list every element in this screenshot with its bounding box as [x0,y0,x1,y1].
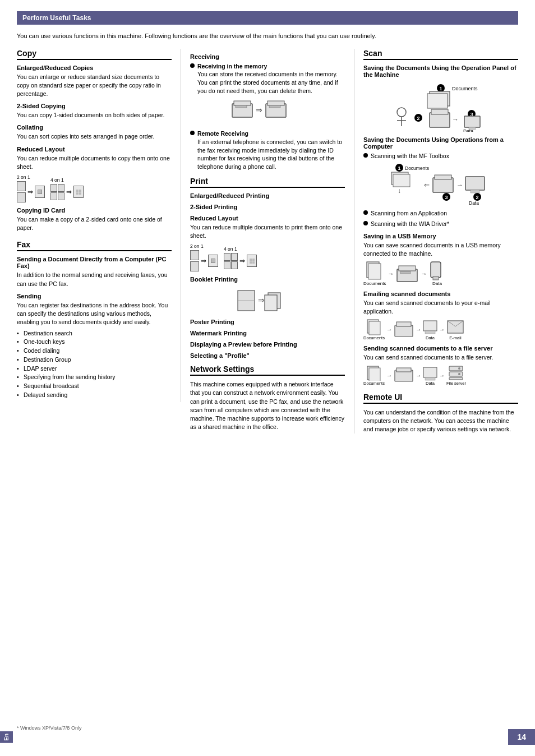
print-watermark-title: Watermark Printing [190,330,345,336]
print-reduced-title: Reduced Layout [190,215,345,222]
diagram-4on1: 4 on 1 ⇒ [50,177,84,200]
copy-enlarged-text: You can enlarge or reduce standard size … [17,73,172,99]
remote-receiving-item: Remote Receiving If an external telephon… [190,130,345,170]
usb-drive: Data [428,261,445,286]
svg-rect-16 [427,94,448,108]
server-text: You can send scanned documents to a file… [363,353,518,362]
copy-enlarged-title: Enlarged/Reduced Copies [17,64,172,71]
remote-ui-section: Remote UI You can understand the conditi… [363,393,518,434]
usb-diagram: Documents → → [363,261,518,286]
svg-rect-56 [369,321,380,335]
remote-receiving-text: If an external telephone is connected, y… [197,139,342,170]
svg-rect-52 [400,271,411,274]
bullet-coded-dialing: Coded dialing [17,347,172,356]
diagram-2on1: 2 on 1 ⇒ [17,174,45,202]
remote-ui-text: You can understand the condition of the … [363,408,518,434]
scan-computer-title: Saving the Documents Using Operations fr… [363,136,518,150]
svg-rect-6 [269,105,280,108]
copy-2sided-title: 2-Sided Copying [17,103,172,109]
bullet-destination-search: Destination search [17,329,172,338]
fax-receive-diagram: ⇒ [190,98,345,126]
booklet-diagram: ⇒ [190,286,345,314]
usb-doc-svg [366,261,384,281]
svg-text:⇒: ⇒ [258,296,265,305]
svg-rect-38 [433,178,453,192]
print-title: Print [190,177,345,188]
svg-rect-43 [465,177,485,190]
svg-text:2: 2 [476,195,478,200]
copy-2sided-text: You can copy 1-sided documents on both s… [17,111,172,119]
bullet-dot [190,63,195,68]
network-section: Network Settings This machine comes equi… [190,365,345,431]
copy-section: Copy Enlarged/Reduced Copies You can enl… [17,49,172,233]
main-content: Copy Enlarged/Reduced Copies You can enl… [17,49,518,436]
copy-idcard-title: Copying ID Card [17,207,172,214]
svg-text:Data: Data [463,128,473,132]
svg-text:2: 2 [417,116,419,121]
fax-sending-bullets: Destination search One-touch keys Coded … [17,329,172,400]
fax-sending-text: You can register fax destinations in the… [17,301,172,327]
bullet-one-touch: One-touch keys [17,338,172,347]
fax-title: Fax [17,240,172,251]
print-diagram-4on1: 4 on 1 ⇒ [224,246,257,269]
network-text: This machine comes equipped with a netwo… [190,380,345,431]
left-column: Copy Enlarged/Reduced Copies You can enl… [17,49,181,402]
print-reduced-diagram: 2 on 1 ⇒ 4 on 1 [190,243,345,271]
svg-rect-28 [464,116,480,127]
email-text: You can send scanned documents to your e… [363,299,518,316]
scan-title: Scan [363,49,518,60]
print-preview-title: Displaying a Preview before Printing [190,341,345,348]
svg-rect-44 [471,190,479,193]
email-title: Emailing scanned documents [363,291,518,297]
wia-driver-label: Scanning with the WIA Driver* [371,220,449,228]
print-enlarged-title: Enlarged/Reduced Printing [190,192,345,199]
fax-pcfax-text: In addition to the normal sending and re… [17,271,172,288]
print-booklet-title: Booklet Printing [190,276,345,283]
print-diagram-2on1: 2 on 1 ⇒ [190,243,218,271]
svg-rect-58 [396,322,411,326]
en-label: En [0,731,13,743]
scan-panel-title: Saving the Documents Using the Operation… [363,64,518,78]
copy-reduced-title: Reduced Layout [17,146,172,153]
print-profile-title: Selecting a "Profile" [190,352,345,359]
intro-text: You can use various functions in this ma… [17,31,518,41]
bullet-sequential: Sequential broadcast [17,382,172,391]
copy-idcard-text: You can make a copy of a 2-sided card on… [17,215,172,232]
svg-rect-24 [431,109,448,114]
print-2sided-title: 2-Sided Printing [190,204,345,210]
bullet-dot2 [190,131,195,135]
server-diagram: Documents → → [363,365,518,386]
svg-text:→: → [452,116,459,123]
svg-text:Documents: Documents [452,86,478,91]
remote-receiving-label: Remote Receiving [197,130,248,137]
bullet-sending-history: Specifying from the sending history [17,373,172,382]
bullet-delayed: Delayed sending [17,391,172,400]
header-bar: Perform Useful Tasks [17,11,518,25]
copy-reduced-diagram: 2 on 1 ⇒ 4 on 1 [17,174,172,202]
page-number: 14 [508,729,535,745]
svg-text:↓: ↓ [398,187,401,195]
usb-printer [395,264,419,284]
page: Perform Useful Tasks You can use various… [0,0,535,756]
svg-rect-69 [449,372,463,376]
svg-text:→: → [456,181,463,189]
svg-rect-11 [265,295,277,311]
usb-printer-svg [395,264,419,284]
booklet-svg: ⇒ [237,286,298,314]
receiving-memory-item: Receiving in the memory You can store th… [190,62,345,95]
svg-text:⇒: ⇒ [256,105,262,114]
bullet-destination-group: Destination Group [17,356,172,365]
svg-text:1: 1 [439,86,442,91]
svg-rect-67 [425,377,435,380]
svg-point-18 [397,108,406,117]
server-data: Data [423,365,437,386]
svg-rect-39 [435,175,451,179]
svg-rect-5 [268,101,284,105]
svg-rect-49 [368,264,381,279]
svg-rect-66 [423,367,437,377]
svg-rect-2 [236,105,247,108]
print-section: Print Enlarged/Reduced Printing 2-Sided … [190,177,345,359]
usb-svg [428,261,445,281]
receiving-memory-label: Receiving in the memory [197,63,267,70]
svg-rect-70 [449,377,463,380]
